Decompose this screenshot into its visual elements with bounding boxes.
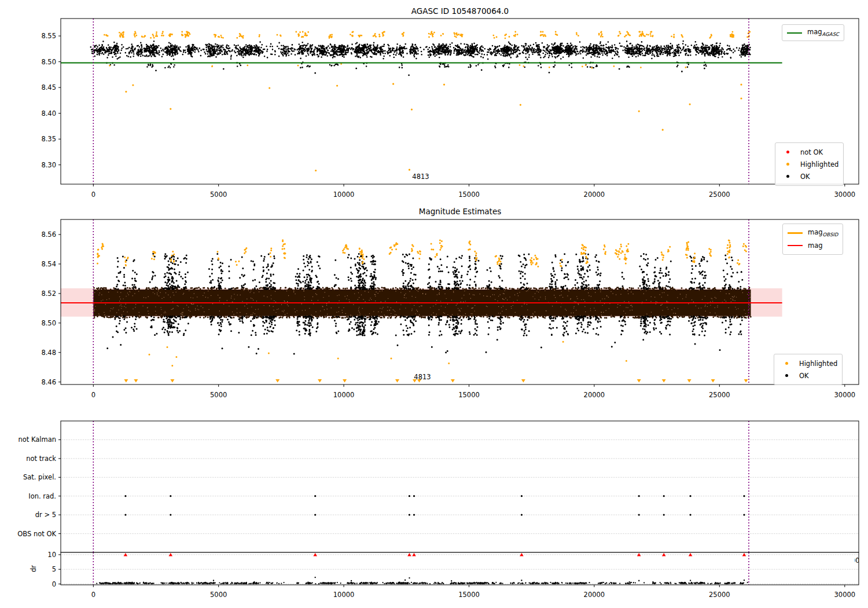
clipped-low-triangle bbox=[451, 379, 455, 383]
ok-label: OK bbox=[800, 173, 810, 181]
panel2-obsid-annotation: 4813 bbox=[399, 373, 446, 381]
category-label: dr > 5 bbox=[35, 511, 56, 519]
x-tick-label: 5000 bbox=[210, 391, 227, 399]
legend-entry: magOBSID bbox=[788, 227, 838, 239]
category-label: Ion. rad. bbox=[28, 492, 56, 500]
y-tick-label: 8.50 bbox=[41, 58, 56, 66]
category-label: not track bbox=[26, 455, 56, 463]
x-tick-label: 20000 bbox=[584, 391, 605, 399]
x-tick-label: 0 bbox=[91, 391, 95, 399]
x-tick-label: 30000 bbox=[834, 591, 856, 599]
x-tick-label: 25000 bbox=[709, 191, 730, 199]
legend-entry: OK bbox=[779, 369, 837, 382]
dr-axes-background bbox=[61, 552, 859, 585]
clipped-low-triangle bbox=[687, 379, 692, 383]
panel1-legend-status: not OK Highlighted OK bbox=[775, 142, 844, 186]
mag-label: mag bbox=[808, 241, 823, 250]
clipped-low-triangle bbox=[521, 379, 525, 383]
x-tick-label: 0 bbox=[91, 591, 95, 599]
scatter-highlighted-outliers bbox=[126, 84, 741, 171]
y-tick-label: 10 bbox=[47, 551, 56, 559]
figure: 0500010000150002000025000300008.308.358.… bbox=[0, 0, 868, 608]
legend-entry: magAGASC bbox=[787, 28, 839, 38]
panel2-legend-mag: magOBSID mag bbox=[782, 224, 843, 255]
panel1-legend-mag-agasc: magAGASC bbox=[782, 24, 844, 41]
category-label: not Kalman bbox=[18, 435, 56, 444]
clipped-low-triangle bbox=[275, 379, 279, 383]
ok-dot-swatch bbox=[779, 374, 794, 377]
y-tick-label: 8.55 bbox=[41, 32, 56, 40]
y-tick-label: 8.30 bbox=[41, 161, 56, 169]
plot-area bbox=[61, 32, 782, 171]
panel2-title: Magnitude Estimates bbox=[61, 207, 859, 216]
mag-obsid-label: magOBSID bbox=[808, 228, 838, 237]
x-tick-label: 20000 bbox=[584, 191, 605, 199]
y-tick-label: 8.46 bbox=[41, 378, 56, 386]
mag-obsid-line-swatch bbox=[788, 232, 803, 235]
dr-axis-label: dr bbox=[30, 558, 38, 579]
x-tick-label: 15000 bbox=[458, 191, 480, 199]
highlighted-dot-swatch bbox=[780, 163, 795, 166]
x-tick-label: 30000 bbox=[834, 391, 856, 399]
clipped-xtick-label: 30000 bbox=[855, 556, 859, 565]
not-ok-dot-swatch bbox=[780, 151, 795, 153]
y-tick-label: 8.48 bbox=[41, 349, 56, 357]
clipped-low-triangle bbox=[395, 379, 399, 383]
highlighted-dot-swatch bbox=[779, 362, 794, 365]
y-tick-label: 8.52 bbox=[41, 290, 56, 298]
panel1-axes-frame bbox=[61, 19, 859, 184]
x-tick-label: 5000 bbox=[210, 191, 227, 199]
not-ok-label: not OK bbox=[800, 148, 823, 156]
category-label: OBS not OK bbox=[17, 530, 56, 538]
y-tick-label: 8.54 bbox=[41, 260, 56, 268]
y-tick-label: 5 bbox=[52, 565, 56, 573]
clipped-low-triangle bbox=[711, 379, 715, 383]
plot-canvas: 0500010000150002000025000300008.308.358.… bbox=[0, 0, 868, 608]
y-tick-label: 0 bbox=[52, 580, 56, 588]
y-tick-label: 8.35 bbox=[41, 135, 56, 143]
y-tick-label: 8.45 bbox=[41, 83, 56, 91]
highlighted-label: Highlighted bbox=[799, 360, 837, 368]
highlighted-label: Highlighted bbox=[800, 160, 838, 169]
x-tick-label: 20000 bbox=[584, 591, 605, 599]
plot-area bbox=[61, 240, 782, 383]
x-tick-label: 25000 bbox=[709, 591, 730, 599]
x-tick-label: 10000 bbox=[333, 191, 355, 199]
ok-label: OK bbox=[799, 372, 809, 380]
panel1-title: AGASC ID 1054870064.0 bbox=[61, 6, 859, 16]
category-label: Sat. pixel. bbox=[23, 473, 56, 481]
x-tick-label: 5000 bbox=[210, 591, 227, 599]
x-tick-label: 30000 bbox=[834, 191, 856, 199]
mag-line-swatch bbox=[788, 245, 803, 246]
clipped-low-triangle bbox=[744, 379, 748, 383]
x-tick-label: 10000 bbox=[333, 391, 355, 399]
x-tick-label: 15000 bbox=[458, 591, 480, 599]
legend-entry: not OK bbox=[780, 146, 838, 158]
x-tick-label: 0 bbox=[91, 191, 95, 199]
clipped-low-triangle bbox=[662, 379, 666, 383]
scatter-ok-points bbox=[91, 41, 751, 68]
clipped-low-triangle bbox=[170, 379, 174, 383]
x-tick-label: 10000 bbox=[333, 591, 355, 599]
mag-agasc-label: magAGASC bbox=[807, 28, 839, 37]
y-tick-label: 8.50 bbox=[41, 319, 56, 327]
panel2-legend-status: Highlighted OK bbox=[774, 354, 843, 385]
legend-entry: Highlighted bbox=[780, 158, 838, 170]
panel1-obsid-annotation: 4813 bbox=[398, 173, 444, 181]
clipped-low-triangle bbox=[318, 379, 322, 383]
legend-entry: Highlighted bbox=[779, 357, 837, 369]
x-tick-label: 25000 bbox=[709, 391, 730, 399]
clipped-low-triangle bbox=[124, 379, 128, 383]
clipped-low-triangle bbox=[343, 379, 347, 383]
y-tick-label: 8.56 bbox=[41, 230, 56, 239]
mag-agasc-line-swatch bbox=[787, 32, 802, 34]
y-tick-label: 8.40 bbox=[41, 109, 56, 118]
clipped-low-triangle bbox=[134, 379, 138, 383]
legend-entry: mag bbox=[788, 239, 838, 251]
x-tick-label: 15000 bbox=[458, 391, 480, 399]
panel3-upper-axes-frame bbox=[61, 421, 859, 552]
legend-entry: OK bbox=[780, 170, 838, 182]
ok-dot-swatch bbox=[780, 175, 795, 178]
scatter-ok-outliers bbox=[156, 68, 705, 75]
clipped-low-triangle bbox=[637, 379, 641, 383]
